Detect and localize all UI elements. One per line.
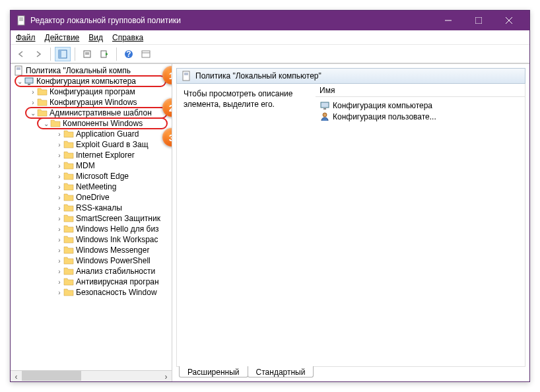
- folder-icon: [63, 181, 74, 192]
- folder-icon: [63, 234, 74, 245]
- chevron-down-icon[interactable]: ⌄: [29, 110, 37, 117]
- folder-icon: [63, 287, 74, 298]
- tree-label: Антивирусная програн: [76, 277, 159, 286]
- chevron-right-icon[interactable]: ›: [55, 268, 63, 275]
- titlebar[interactable]: Редактор локальной групповой политики: [11, 11, 529, 30]
- menubar: Файл Действие Вид Справка: [11, 30, 529, 45]
- chevron-right-icon[interactable]: ›: [55, 162, 63, 170]
- tree-label: Конфигурация програм: [50, 87, 135, 96]
- scroll-thumb[interactable]: [22, 371, 81, 381]
- toolbar-help-button[interactable]: ?: [121, 47, 137, 61]
- tree-item[interactable]: ›Windows Messenger: [11, 245, 172, 255]
- tree-hscrollbar[interactable]: ‹ ›: [11, 370, 172, 381]
- chevron-right-icon[interactable]: ›: [55, 278, 63, 286]
- chevron-right-icon[interactable]: ›: [55, 257, 63, 265]
- window-buttons: [433, 11, 524, 30]
- tab-extended[interactable]: Расширенный: [179, 366, 248, 377]
- tab-standard[interactable]: Стандартный: [248, 366, 314, 377]
- tree-item[interactable]: ›Анализ стабильности: [11, 266, 172, 277]
- window: Редактор локальной групповой политики Фа…: [10, 10, 530, 382]
- scroll-right-icon[interactable]: ›: [160, 371, 172, 381]
- close-button[interactable]: [494, 11, 524, 30]
- svg-rect-5: [475, 17, 482, 24]
- chevron-right-icon[interactable]: ›: [55, 152, 63, 159]
- column-header-name[interactable]: Имя: [316, 84, 525, 97]
- maximize-button[interactable]: [463, 11, 494, 30]
- nav-back-button[interactable]: [13, 47, 29, 61]
- tree-item[interactable]: ›OneDrive: [11, 192, 172, 203]
- tree-item[interactable]: ›Microsoft Edge: [11, 171, 172, 181]
- tree-item[interactable]: ›MDM: [11, 160, 172, 171]
- toolbar-filter-button[interactable]: [138, 47, 154, 61]
- tree-item[interactable]: ›Internet Explorer: [11, 150, 172, 160]
- tree-item[interactable]: ›SmartScreen Защитник: [11, 213, 172, 224]
- chevron-right-icon[interactable]: ›: [55, 131, 63, 138]
- details-title: Политика "Локальный компьютер": [195, 71, 321, 81]
- tree-label: MDM: [76, 161, 95, 170]
- tree-item[interactable]: ›NetMeeting: [11, 181, 172, 192]
- folder-icon: [37, 97, 48, 108]
- computer-icon: [24, 76, 34, 86]
- tree-label: Конфигурация компьютера: [36, 77, 136, 86]
- menu-view[interactable]: Вид: [88, 33, 103, 42]
- tree-item[interactable]: › Конфигурация програм: [11, 86, 172, 97]
- toolbar-sep: [116, 48, 117, 61]
- chevron-right-icon[interactable]: ›: [55, 215, 63, 222]
- toolbar-tree-button[interactable]: [55, 47, 71, 61]
- toolbar-sep: [75, 48, 75, 61]
- chevron-down-icon[interactable]: ⌄: [42, 120, 50, 127]
- toolbar-export-button[interactable]: [96, 47, 112, 61]
- chevron-right-icon[interactable]: ›: [55, 194, 63, 201]
- menu-file[interactable]: Файл: [16, 33, 36, 42]
- chevron-right-icon[interactable]: ›: [55, 141, 63, 148]
- tree-item[interactable]: ›Windows PowerShell: [11, 255, 172, 266]
- chevron-right-icon[interactable]: ›: [55, 205, 63, 212]
- chevron-right-icon[interactable]: ›: [55, 173, 63, 180]
- tree-item[interactable]: ›RSS-каналы: [11, 203, 172, 213]
- list-item[interactable]: Конфигурация компьютера: [320, 100, 521, 111]
- list-item[interactable]: Конфигурация пользовате...: [320, 111, 521, 122]
- svg-rect-27: [323, 108, 326, 110]
- tree-item[interactable]: › Конфигурация Windows: [11, 97, 172, 108]
- tree-label: Application Guard: [76, 129, 139, 139]
- svg-rect-18: [15, 66, 22, 75]
- tree-label: Административные шаблон: [50, 108, 152, 117]
- folder-icon: [63, 171, 74, 181]
- tree-item[interactable]: ›Антивирусная програн: [11, 277, 172, 287]
- chevron-right-icon[interactable]: ›: [29, 88, 37, 96]
- tree-item[interactable]: ›Безопасность Window: [11, 287, 172, 298]
- chevron-down-icon[interactable]: ⌄: [16, 78, 24, 85]
- chevron-right-icon[interactable]: ›: [55, 236, 63, 244]
- tree-item[interactable]: ›Windows Ink Workspac: [11, 234, 172, 245]
- chevron-right-icon[interactable]: ›: [55, 289, 63, 296]
- details-list: Имя Конфигурация компьютера Конфигурация…: [316, 84, 525, 366]
- minimize-button[interactable]: [433, 11, 463, 30]
- tree-computer-config[interactable]: ⌄ Конфигурация компьютера: [11, 76, 172, 86]
- tree-root[interactable]: Политика "Локальный компь: [11, 65, 172, 76]
- toolbar-properties-button[interactable]: [79, 47, 95, 61]
- tree-admin-templates[interactable]: ⌄ Административные шаблон: [11, 108, 172, 118]
- folder-icon: [63, 139, 74, 150]
- tree-windows-components[interactable]: ⌄ Компоненты Windows: [11, 118, 172, 129]
- chevron-right-icon[interactable]: ›: [55, 183, 63, 191]
- svg-rect-9: [59, 50, 61, 58]
- menu-help[interactable]: Справка: [112, 33, 143, 42]
- chevron-right-icon[interactable]: ›: [29, 99, 37, 106]
- policy-icon: [181, 71, 191, 81]
- chevron-right-icon[interactable]: ›: [55, 247, 63, 254]
- menu-action[interactable]: Действие: [45, 33, 80, 42]
- nav-forward-button[interactable]: [30, 47, 46, 61]
- folder-icon: [37, 86, 48, 97]
- chevron-right-icon[interactable]: ›: [55, 226, 63, 233]
- folder-icon: [63, 255, 74, 266]
- svg-rect-26: [321, 102, 329, 108]
- tree[interactable]: Политика "Локальный компь ⌄ Конфигурация…: [11, 64, 172, 370]
- scroll-left-icon[interactable]: ‹: [11, 371, 22, 381]
- toolbar-sep: [50, 48, 51, 61]
- tree-item[interactable]: ›Windows Hello для биз: [11, 224, 172, 234]
- folder-icon: [37, 108, 48, 118]
- tree-item[interactable]: ›Application Guard: [11, 129, 172, 139]
- tree-item[interactable]: ›Exploit Guard в Защ: [11, 139, 172, 150]
- svg-point-28: [323, 113, 327, 117]
- details-header: Политика "Локальный компьютер": [176, 68, 525, 84]
